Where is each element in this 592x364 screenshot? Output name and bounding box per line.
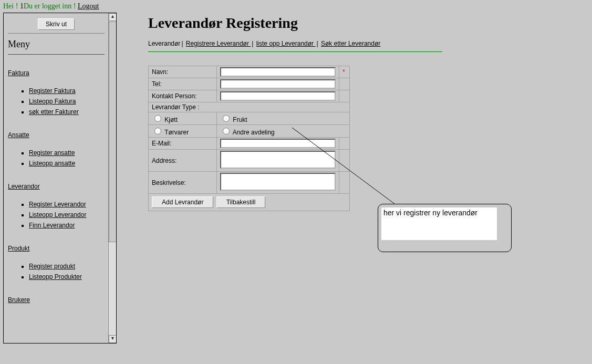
section-faktura[interactable]: Faktura <box>8 69 29 77</box>
address-textarea[interactable] <box>220 151 336 169</box>
sidebar-item-register-ansatte[interactable]: Register ansatte <box>29 149 75 157</box>
crumb-register[interactable]: Registrere Leverandør <box>186 40 251 47</box>
sidebar: Skriv ut Meny Faktura Register Faktura L… <box>4 13 109 343</box>
sidebar-scrollbar[interactable]: ▲ ▼ <box>108 13 116 343</box>
radio-frukt-label[interactable]: Frukt <box>220 116 247 123</box>
radio-kjott[interactable] <box>154 115 161 122</box>
radio-andre[interactable] <box>223 128 230 134</box>
main-content: Leverandør Registering Leverandør| Regis… <box>148 13 589 211</box>
sidebar-container: Skriv ut Meny Faktura Register Faktura L… <box>3 13 117 344</box>
navn-input[interactable] <box>220 67 336 77</box>
section-produkt[interactable]: Produkt <box>8 245 29 252</box>
section-brukere[interactable]: Brukere <box>8 296 30 304</box>
scroll-thumb[interactable] <box>109 22 117 242</box>
sidebar-item-listeopp-ansatte[interactable]: Listeopp ansatte <box>29 160 75 167</box>
sidebar-item-register-faktura[interactable]: Register Faktura <box>29 87 76 95</box>
label-kontakt: Kontakt Person: <box>149 90 217 102</box>
logout-link[interactable]: Logout <box>78 2 99 10</box>
crumb-search[interactable]: Søk etter Leverandør <box>321 40 380 47</box>
top-bar: Hei ! 1Du er logget inn ! Logout <box>0 0 592 13</box>
radio-torvarer[interactable] <box>154 128 161 134</box>
list-item: Register produkt <box>29 263 105 270</box>
beskrivelse-textarea[interactable] <box>220 173 336 191</box>
reset-button[interactable]: Tilbakestill <box>216 196 266 208</box>
divider <box>8 33 105 34</box>
sidebar-item-listeopp-faktura[interactable]: Listeopp Faktura <box>29 98 76 105</box>
print-button[interactable]: Skriv ut <box>38 18 75 30</box>
list-item: Listeopp Produkter <box>29 273 105 280</box>
kontakt-input[interactable] <box>220 91 336 101</box>
list-item: Register Faktura <box>29 87 105 95</box>
crumb-list[interactable]: liste opp Leverandør <box>256 40 316 47</box>
list-item: Listeopp Leverandor <box>29 211 105 219</box>
sidebar-item-register-produkt[interactable]: Register produkt <box>29 263 75 270</box>
divider <box>8 54 105 55</box>
radio-kjott-label[interactable]: Kjøtt <box>152 116 178 123</box>
label-tel: Tel: <box>149 78 217 90</box>
list-item: Listeopp Faktura <box>29 98 105 105</box>
label-beskrivelse: Beskrivelse: <box>149 172 217 194</box>
logged-in-label: Du er logget inn ! <box>24 2 78 10</box>
label-navn: Navn: <box>149 66 217 78</box>
sidebar-item-listeopp-leverandor[interactable]: Listeopp Leverandor <box>29 211 86 219</box>
list-item: Finn Leverandor <box>29 222 105 229</box>
sidebar-item-register-leverandor[interactable]: Register Leverandor <box>29 201 86 208</box>
sidebar-item-sok-fakturer[interactable]: søk etter Fakturer <box>29 108 79 116</box>
page-title: Leverandør Registering <box>148 15 589 32</box>
divider <box>148 51 442 52</box>
tel-input[interactable] <box>220 79 336 89</box>
sidebar-item-listeopp-produkter[interactable]: Listeopp Produkter <box>29 273 82 280</box>
label-type: Levrandør Type : <box>149 102 350 112</box>
radio-andre-label[interactable]: Andre avdeling <box>220 129 275 136</box>
label-address: Address: <box>149 150 217 172</box>
list-item: søk etter Fakturer <box>29 108 105 116</box>
scroll-up-icon[interactable]: ▲ <box>109 13 117 21</box>
email-input[interactable] <box>220 139 336 148</box>
section-leverandor[interactable]: Leverandor <box>8 183 40 190</box>
breadcrumb: Leverandør| Registrere Leverandør | list… <box>148 40 589 47</box>
greeting-label: Hei ! <box>3 2 20 10</box>
radio-frukt[interactable] <box>223 115 230 122</box>
label-email: E-Mail: <box>149 138 217 150</box>
list-item: Register ansatte <box>29 149 105 157</box>
user-id: 1 <box>20 2 24 10</box>
scroll-down-icon[interactable]: ▼ <box>109 335 117 343</box>
add-supplier-button[interactable]: Add Levrandør <box>152 196 213 208</box>
crumb-current: Leverandør <box>148 40 180 47</box>
radio-torvarer-label[interactable]: Tørvarer <box>152 129 189 136</box>
section-ansatte[interactable]: Ansatte <box>8 131 29 139</box>
menu-title: Meny <box>8 39 105 50</box>
required-marker: * <box>339 66 350 78</box>
list-item: Register Leverandor <box>29 201 105 208</box>
sidebar-item-finn-leverandor[interactable]: Finn Leverandor <box>29 222 75 229</box>
supplier-form: Navn: * Tel: Kontakt Person: Levrandør T… <box>148 66 350 211</box>
list-item: Listeopp ansatte <box>29 160 105 167</box>
